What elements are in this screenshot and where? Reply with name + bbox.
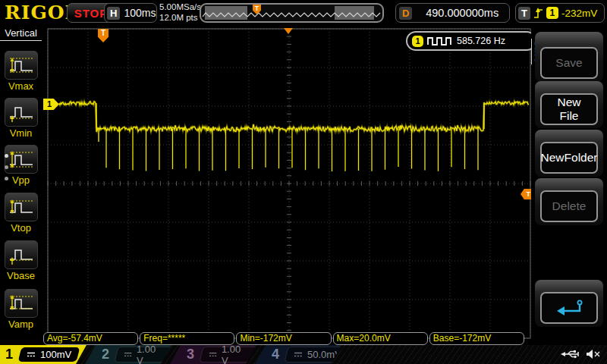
measurement-bar: Avg=-57.4mV Freq=***** Min=-172mV Max=20… [43,332,524,345]
menu-item-vbase[interactable]: Vbase [0,240,42,281]
save-button[interactable]: Save [540,47,598,79]
new-file-button[interactable]: New File [540,93,598,125]
trigger-label: T [518,7,530,20]
measurement-freq: Freq=***** [140,332,234,345]
menu-item-label: Vtop [0,222,42,234]
channel-2-indicator[interactable]: 2 1.00 V [85,345,171,364]
trigger-center-indicator-icon [284,28,293,34]
menu-item-label: Vbase [0,270,42,281]
menu-page-indicator [5,146,8,188]
menu-item-vtop[interactable]: Vtop [0,193,42,234]
top-bar: RIGOL STOP H 100ms 5.00MSa/s 12.0M pts T… [0,0,607,26]
channel-scale: 1.00 V [222,344,249,364]
waveform-overview: T [200,3,384,23]
channel-3-indicator[interactable]: 3 1.00 V [170,345,256,364]
menu-slot: Delete [535,178,603,225]
vmin-icon [5,98,38,127]
delay-label: D [399,7,412,20]
delay-value: 490.000000ms [426,7,498,19]
horizontal-timebase-box: H 100ms [104,3,157,23]
dc-coupling-icon [27,351,36,358]
square-wave-icon [427,36,453,46]
menu-item-vamp[interactable]: Vamp [0,289,42,330]
oscilloscope-screen: RIGOL STOP H 100ms 5.00MSa/s 12.0M pts T… [0,0,607,364]
run-state-label: STOP [74,7,109,20]
new-folder-button[interactable]: NewFolder [540,142,598,174]
menu-item-label: Vmin [0,127,42,139]
menu-slot [535,280,603,327]
menu-slot: Save [535,32,603,82]
measurement-base: Base=-172mV [429,332,524,345]
return-arrow-icon [552,298,586,318]
channel-4-indicator[interactable]: 4 50.0mV [255,345,341,364]
dc-coupling-icon [209,351,217,358]
frequency-counter-badge: 1 585.726 Hz [406,31,536,51]
acquisition-info: 5.00MSa/s 12.0M pts [159,2,201,23]
vmax-icon [5,51,38,80]
delay-box: D 490.000000ms [395,3,510,23]
channel-scale: 1.00 V [137,344,164,364]
channel-scale: 100mV [40,349,71,360]
channel-status-strip: 1 100mV 2 1.00 V 3 [0,345,607,364]
graticule-and-waveform [42,25,531,345]
rising-edge-icon [533,7,543,19]
timebase-value: 100ms [124,7,156,19]
speaker-muted-icon [586,349,601,359]
timebase-label: H [107,7,120,20]
measurement-max: Max=20.0mV [333,332,428,345]
menu-slot: New File [535,81,603,128]
trigger-box: T 1 -232mV [515,3,605,23]
sample-rate: 5.00MSa/s [159,2,201,13]
freq-counter-channel-badge: 1 [412,36,423,47]
menu-item-label: Vamp [0,318,42,330]
channel-number: 4 [272,345,279,364]
usb-icon [560,349,580,359]
channel-scale-box: 100mV [18,347,80,362]
memory-depth: 12.0M pts [159,13,201,24]
right-menu-save: Save Save New File NewFolder Delete [531,25,607,345]
measurement-avg: Avg=-57.4mV [43,332,138,345]
vamp-icon [5,289,38,318]
back-button[interactable] [540,292,598,324]
channel-number: 3 [187,345,194,364]
scope-display: 1 585.726 Hz 1 T T [42,25,531,345]
freq-counter-value: 585.726 Hz [457,36,505,46]
delete-button[interactable]: Delete [540,190,598,222]
measurement-min: Min=-172mV [236,332,331,345]
vpp-icon [5,145,38,174]
trigger-level-value: -232mV [561,8,597,19]
status-icons [560,349,601,359]
menu-item-vmin[interactable]: Vmin [0,98,42,139]
dc-coupling-icon [124,351,132,358]
channel-number: 1 [5,345,13,364]
menu-item-vmax[interactable]: Vmax [0,51,42,92]
channel-number: 2 [102,345,109,364]
menu-slot: NewFolder [535,130,603,177]
left-menu-vertical: Vertical Vmax [0,25,42,345]
menu-item-label: Vmax [0,80,42,92]
vtop-icon [5,193,38,221]
overview-wave-icon [201,5,382,21]
vbase-icon [5,240,38,269]
channel-1-indicator[interactable]: 1 100mV [0,345,86,364]
left-menu-title: Vertical [0,25,42,41]
dc-coupling-icon [294,351,303,358]
trigger-source-badge: 1 [546,7,558,19]
